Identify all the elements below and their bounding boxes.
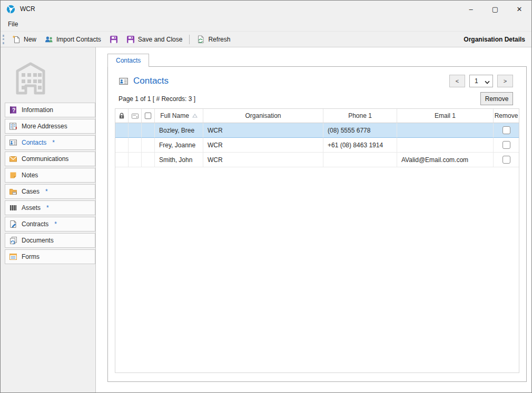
- import-contacts-button[interactable]: Import Contacts: [41, 34, 105, 45]
- app-logo-icon: [6, 5, 15, 14]
- communications-envelope-icon: [9, 155, 17, 163]
- email1-cell[interactable]: [397, 138, 494, 153]
- phone1-cell[interactable]: +61 (08) 8463 1914: [323, 138, 397, 153]
- column-header-organisation[interactable]: Organisation: [203, 109, 323, 123]
- window-controls: – ▢ ✕: [459, 1, 531, 17]
- full-name-cell[interactable]: Frey, Joanne: [155, 138, 203, 153]
- column-header-full-name[interactable]: Full Name: [155, 109, 203, 123]
- select-cell[interactable]: [142, 138, 155, 153]
- contacts-icon: [9, 138, 17, 147]
- column-header-phone1[interactable]: Phone 1: [323, 109, 397, 123]
- sidebar-item-assets[interactable]: Assets *: [5, 200, 95, 215]
- menu-file[interactable]: File: [1, 21, 25, 28]
- sidebar-item-label: Cases: [22, 188, 40, 195]
- empty-checkbox-icon: [144, 112, 152, 119]
- email1-cell[interactable]: [397, 123, 494, 138]
- section-title-text: Contacts: [133, 76, 169, 86]
- more-addresses-icon: [9, 122, 17, 130]
- table-row[interactable]: Frey, Joanne WCR +61 (08) 8463 1914: [115, 138, 519, 153]
- select-cell[interactable]: [142, 123, 155, 138]
- sidebar-item-more-addresses[interactable]: More Addresses: [5, 119, 95, 134]
- contacts-panel: Contacts < 1 > Page 1 of 1 [ # Records: …: [107, 66, 527, 382]
- contacts-grid: Full Name Organisation Phone 1 Email 1 R…: [115, 108, 519, 373]
- organisation-cell[interactable]: WCR: [203, 123, 323, 138]
- contact-card-icon: [131, 112, 139, 120]
- dirty-indicator: *: [46, 204, 49, 211]
- sidebar-item-label: Communications: [22, 155, 68, 163]
- chevron-down-icon: [485, 79, 489, 83]
- sidebar-item-communications[interactable]: Communications: [5, 152, 95, 166]
- remove-cell: [494, 153, 519, 167]
- cases-folder-icon: [9, 187, 17, 196]
- dirty-indicator: *: [52, 139, 55, 146]
- organisation-cell[interactable]: WCR: [203, 153, 323, 167]
- full-name-cell[interactable]: Bozley, Bree: [155, 123, 203, 138]
- window-title: WCR: [20, 5, 35, 13]
- card-cell: [129, 123, 142, 138]
- card-cell: [129, 138, 142, 153]
- sidebar-item-forms[interactable]: Forms: [5, 249, 95, 264]
- new-button[interactable]: New: [8, 34, 41, 45]
- save-icon: [110, 35, 118, 44]
- remove-cell: [494, 123, 519, 138]
- remove-checkbox[interactable]: [503, 156, 510, 164]
- forms-icon: [9, 253, 17, 261]
- card-column-header: [129, 109, 142, 123]
- save-and-close-label: Save and Close: [138, 36, 183, 43]
- lock-icon: [118, 112, 125, 119]
- email1-cell[interactable]: AValid@Email.com.com: [397, 153, 494, 167]
- minimize-button[interactable]: –: [459, 1, 483, 17]
- sidebar-item-label: Documents: [22, 237, 54, 244]
- sidebar-item-contacts[interactable]: Contacts *: [5, 135, 95, 150]
- sidebar-item-information[interactable]: ? Information: [5, 103, 95, 117]
- information-icon: ?: [9, 106, 17, 114]
- toolbar: New Import Contacts: [1, 31, 531, 47]
- table-row[interactable]: Bozley, Bree WCR (08) 5555 6778: [115, 123, 519, 138]
- assets-barcode-icon: [9, 204, 17, 212]
- select-column-header[interactable]: [142, 109, 155, 123]
- toolbar-grip-handle[interactable]: [3, 35, 4, 44]
- sort-ascending-icon: [192, 114, 198, 118]
- sidebar-item-documents[interactable]: Documents: [5, 233, 95, 248]
- phone1-cell[interactable]: [323, 153, 397, 167]
- remove-checkbox[interactable]: [503, 126, 510, 134]
- column-header-email1[interactable]: Email 1: [397, 109, 494, 123]
- prev-page-button[interactable]: <: [449, 75, 465, 87]
- save-button[interactable]: [105, 34, 122, 45]
- refresh-button[interactable]: Refresh: [192, 34, 234, 45]
- remove-checkbox[interactable]: [503, 141, 510, 149]
- refresh-icon: [196, 35, 205, 44]
- table-row[interactable]: Smith, John WCR AValid@Email.com.com: [115, 153, 519, 167]
- sidebar-item-cases[interactable]: Cases *: [5, 184, 95, 199]
- phone1-cell[interactable]: (08) 5555 6778: [323, 123, 397, 138]
- sidebar-item-label: Assets: [22, 204, 41, 211]
- sidebar-item-label: Notes: [22, 172, 38, 179]
- lock-cell: [115, 138, 129, 153]
- sidebar-item-label: Information: [22, 106, 53, 114]
- page-number-dropdown[interactable]: 1: [469, 75, 493, 87]
- organisation-details-label: Organisation Details: [464, 36, 525, 43]
- maximize-button[interactable]: ▢: [483, 1, 507, 17]
- page-records-status: Page 1 of 1 [ # Records: 3 ]: [119, 95, 195, 103]
- sidebar-item-notes[interactable]: Notes: [5, 168, 95, 183]
- app-window: WCR – ▢ ✕ File New Impo: [0, 0, 532, 393]
- save-and-close-button[interactable]: Save and Close: [122, 34, 187, 45]
- close-button[interactable]: ✕: [507, 1, 531, 17]
- select-cell[interactable]: [142, 153, 155, 167]
- lock-cell: [115, 123, 129, 138]
- organisation-cell[interactable]: WCR: [203, 138, 323, 153]
- refresh-label: Refresh: [208, 36, 230, 43]
- next-page-button[interactable]: >: [497, 75, 513, 87]
- sidebar: ? Information More Add: [1, 47, 96, 392]
- dirty-indicator: *: [54, 220, 57, 228]
- column-header-label: Full Name: [160, 112, 189, 119]
- sidebar-item-label: Forms: [22, 253, 40, 260]
- page-number-value: 1: [475, 77, 478, 85]
- sidebar-item-contracts[interactable]: Contracts *: [5, 217, 95, 231]
- sidebar-item-label: Contracts: [22, 220, 48, 228]
- tab-contacts[interactable]: Contacts: [107, 54, 149, 67]
- remove-button[interactable]: Remove: [480, 92, 513, 105]
- main-content: Contacts Contacts: [96, 47, 531, 392]
- full-name-cell[interactable]: Smith, John: [155, 153, 203, 167]
- organisation-building-icon: [14, 60, 95, 95]
